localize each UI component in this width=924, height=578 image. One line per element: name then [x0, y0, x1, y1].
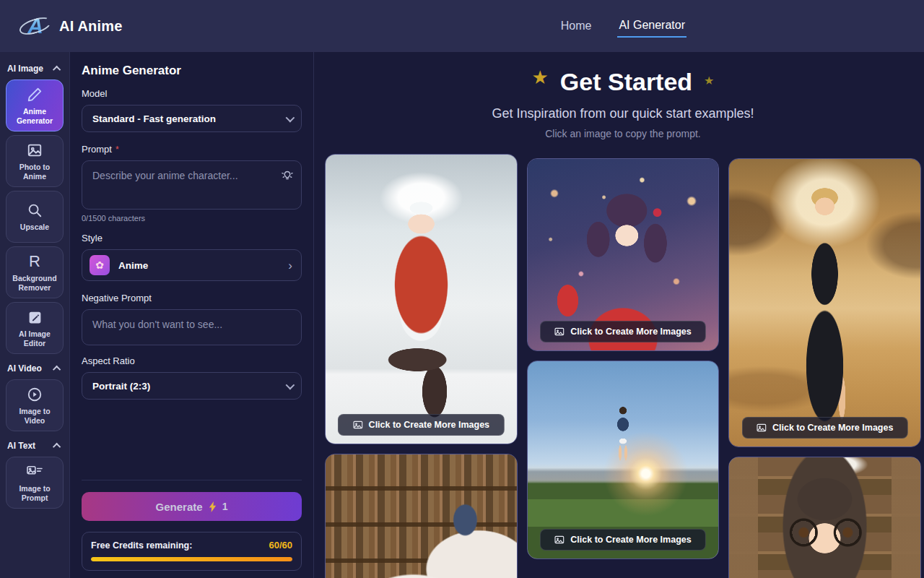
sidebar-item-label: Upscale — [20, 223, 49, 231]
sidebar-section-ai-text[interactable]: AI Text — [6, 435, 64, 457]
letter-r-icon: R — [26, 253, 43, 270]
section-label: AI Text — [7, 441, 35, 451]
credits-progress-fill — [91, 557, 292, 561]
model-label: Model — [82, 88, 302, 99]
example-card-kimono[interactable]: Click to Create More Images — [527, 158, 720, 351]
get-started-title: Get Started — [560, 68, 692, 96]
example-card-nurse[interactable]: Click to Create More Images — [325, 154, 518, 444]
negative-prompt-input[interactable] — [82, 310, 301, 345]
form-bottom-section: Generate 1 Free Credits remaining: 60/60 — [82, 480, 302, 571]
grid-column-1: Click to Create More Images — [325, 154, 518, 578]
sidebar-item-anime-generator[interactable]: Anime Generator — [6, 79, 64, 131]
nav-link-home[interactable]: Home — [559, 15, 593, 37]
credits-value: 60/60 — [269, 540, 292, 551]
tools-sidebar: AI Image Anime Generator Photo to Anime … — [0, 52, 70, 578]
generate-button[interactable]: Generate 1 — [82, 492, 302, 521]
nav-link-ai-generator[interactable]: AI Generator — [617, 14, 687, 38]
prompt-label: Prompt * — [82, 144, 302, 155]
chevron-up-icon — [53, 366, 61, 374]
prompt-field-wrap — [82, 160, 302, 210]
card-illustration-glasses-girl — [729, 457, 920, 578]
sidebar-item-label: Image to Prompt — [8, 484, 61, 501]
star-icon: ★ — [532, 66, 549, 89]
sidebar-item-image-to-prompt[interactable]: Image to Prompt — [6, 457, 64, 509]
example-card-desert[interactable]: Click to Create More Images — [728, 158, 921, 447]
aspect-ratio-label: Aspect Ratio — [82, 355, 302, 366]
panel-title: Anime Generator — [82, 64, 302, 78]
sidebar-item-upscale[interactable]: Upscale — [6, 191, 64, 243]
example-card-white-hair[interactable] — [325, 454, 518, 578]
section-label: AI Image — [7, 64, 43, 74]
image-edit-icon — [26, 309, 43, 326]
sidebar-item-label: Background Remover — [8, 274, 61, 291]
model-select[interactable]: Standard - Fast generation — [82, 105, 302, 132]
image-icon — [554, 535, 565, 544]
chevron-up-icon — [53, 66, 61, 74]
image-icon — [554, 327, 565, 336]
get-started-hint: Click an image to copy the prompt. — [325, 128, 921, 139]
aspect-ratio-selected-value: Portrait (2:3) — [92, 381, 150, 392]
credits-progress-track — [91, 557, 292, 561]
chevron-down-icon — [286, 380, 295, 389]
chevron-down-icon — [286, 113, 295, 122]
image-icon — [353, 420, 363, 429]
create-more-images-button[interactable]: Click to Create More Images — [338, 414, 504, 436]
sidebar-section-ai-image[interactable]: AI Image — [6, 58, 64, 79]
create-more-images-button[interactable]: Click to Create More Images — [540, 321, 706, 342]
credits-label: Free Credits remaining: — [91, 540, 192, 551]
sidebar-item-label: Image to Video — [8, 407, 61, 424]
sidebar-item-photo-to-anime[interactable]: Photo to Anime — [6, 135, 64, 187]
generate-cost: 1 — [222, 501, 228, 512]
get-started-subtitle: Get Inspiration from our quick start exa… — [325, 106, 921, 121]
brand-name: AI Anime — [59, 18, 123, 35]
aspect-ratio-select[interactable]: Portrait (2:3) — [82, 372, 302, 400]
generator-form-panel: Anime Generator Model Standard - Fast ge… — [70, 52, 314, 578]
section-label: AI Video — [7, 363, 42, 374]
example-card-glasses-girl[interactable] — [728, 457, 921, 578]
card-illustration-nurse — [326, 155, 517, 444]
required-asterisk: * — [116, 144, 119, 155]
create-more-images-button[interactable]: Click to Create More Images — [540, 529, 706, 551]
brand[interactable]: A AI Anime — [20, 11, 123, 41]
nav-links: Home AI Generator — [559, 0, 687, 52]
chevron-right-icon: › — [288, 259, 292, 272]
image-icon — [757, 423, 767, 432]
grid-column-3: Click to Create More Images — [728, 158, 921, 578]
prompt-input[interactable] — [82, 161, 301, 209]
grid-column-2: Click to Create More Images Click to Cre… — [527, 158, 720, 578]
card-illustration-desert — [729, 159, 920, 447]
example-card-sunset[interactable]: Click to Create More Images — [527, 361, 720, 559]
char-counter: 0/1500 characters — [82, 214, 302, 223]
model-selected-value: Standard - Fast generation — [92, 113, 216, 124]
negative-prompt-wrap — [82, 309, 302, 345]
chevron-up-icon — [53, 443, 61, 451]
examples-grid: Click to Create More Images Click to Cre… — [325, 154, 921, 578]
credits-box: Free Credits remaining: 60/60 — [82, 532, 302, 571]
sidebar-item-label: Anime Generator — [8, 107, 61, 124]
image-lines-icon — [26, 463, 43, 480]
card-illustration-white-hair — [326, 454, 517, 578]
generate-label: Generate — [156, 501, 203, 513]
sidebar-item-image-to-video[interactable]: Image to Video — [6, 379, 64, 431]
examples-content: ★ Get Started ★ Get Inspiration from our… — [314, 52, 924, 578]
style-selector[interactable]: ✿ Anime › — [82, 249, 302, 281]
play-circle-icon — [26, 386, 43, 403]
get-started-header: ★ Get Started ★ Get Inspiration from our… — [325, 68, 921, 139]
photo-icon — [26, 142, 43, 159]
create-more-images-button[interactable]: Click to Create More Images — [742, 417, 908, 439]
style-thumb-flower-icon: ✿ — [90, 255, 110, 275]
magnifier-icon — [26, 202, 43, 219]
app-logo-icon: A — [20, 11, 51, 41]
style-selected-value: Anime — [118, 260, 279, 271]
top-navbar: A AI Anime Home AI Generator — [0, 0, 924, 52]
sidebar-item-background-remover[interactable]: R Background Remover — [6, 246, 64, 298]
lightning-bolt-icon — [208, 501, 217, 512]
pencil-icon — [26, 86, 43, 103]
negative-prompt-label: Negative Prompt — [82, 293, 302, 303]
sidebar-item-ai-image-editor[interactable]: AI Image Editor — [6, 302, 64, 354]
star-icon: ★ — [704, 74, 714, 87]
sidebar-section-ai-video[interactable]: AI Video — [6, 358, 64, 379]
style-label: Style — [82, 233, 302, 243]
inspiration-bulb-icon[interactable] — [281, 168, 294, 181]
sidebar-item-label: AI Image Editor — [8, 329, 61, 347]
